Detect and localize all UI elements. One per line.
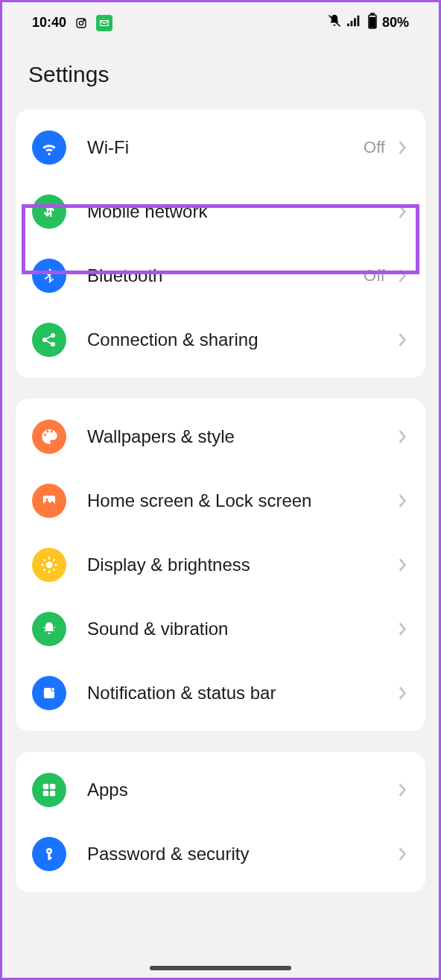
share-icon bbox=[32, 323, 66, 357]
home-indicator[interactable] bbox=[150, 966, 291, 970]
chevron-right-icon bbox=[396, 430, 409, 443]
svg-point-15 bbox=[46, 499, 48, 501]
settings-content: Wi-Fi Off Mobile network Bluetooth Off C… bbox=[2, 110, 439, 892]
svg-rect-4 bbox=[347, 24, 349, 27]
status-time: 10:40 bbox=[32, 15, 66, 31]
svg-point-32 bbox=[48, 850, 51, 853]
item-label: Sound & vibration bbox=[87, 619, 396, 639]
svg-rect-6 bbox=[354, 18, 356, 26]
svg-rect-10 bbox=[369, 18, 375, 28]
battery-icon bbox=[367, 13, 378, 33]
svg-point-13 bbox=[51, 342, 55, 347]
settings-item-connection-sharing[interactable]: Connection & sharing bbox=[16, 308, 425, 372]
chevron-right-icon bbox=[396, 269, 409, 282]
settings-item-bluetooth[interactable]: Bluetooth Off bbox=[16, 244, 425, 308]
bell-icon bbox=[32, 612, 66, 646]
svg-point-1 bbox=[79, 21, 83, 25]
image-icon bbox=[32, 484, 66, 518]
wifi-icon bbox=[32, 130, 66, 165]
settings-item-wifi[interactable]: Wi-Fi Off bbox=[16, 116, 425, 180]
chevron-right-icon bbox=[396, 205, 409, 218]
svg-line-23 bbox=[43, 569, 45, 570]
settings-item-notification-status-bar[interactable]: Notification & status bar bbox=[16, 661, 425, 725]
item-label: Display & brightness bbox=[87, 554, 396, 575]
svg-point-26 bbox=[51, 688, 55, 692]
svg-line-22 bbox=[53, 569, 54, 570]
status-left: 10:40 bbox=[32, 15, 112, 31]
item-label: Connection & sharing bbox=[87, 329, 396, 350]
settings-item-sound-vibration[interactable]: Sound & vibration bbox=[16, 597, 425, 661]
settings-item-mobile-network[interactable]: Mobile network bbox=[16, 180, 425, 244]
instagram-icon bbox=[74, 16, 89, 31]
chevron-right-icon bbox=[396, 622, 409, 636]
chevron-right-icon bbox=[396, 686, 409, 700]
svg-line-21 bbox=[43, 559, 45, 560]
item-status: Off bbox=[364, 266, 385, 285]
svg-line-24 bbox=[53, 559, 54, 560]
item-label: Apps bbox=[87, 780, 396, 800]
status-bar: 10:40 80% bbox=[2, 2, 439, 39]
chevron-right-icon bbox=[396, 847, 409, 861]
palette-icon bbox=[32, 420, 66, 454]
chevron-right-icon bbox=[396, 333, 409, 347]
notification-icon bbox=[32, 676, 66, 710]
settings-group-connectivity: Wi-Fi Off Mobile network Bluetooth Off C… bbox=[16, 110, 425, 378]
settings-group-personalization: Wallpapers & style Home screen & Lock sc… bbox=[16, 399, 425, 731]
item-label: Wi-Fi bbox=[87, 137, 364, 158]
sun-icon bbox=[32, 548, 66, 582]
chevron-right-icon bbox=[396, 494, 409, 508]
settings-group-system: Apps Password & security bbox=[16, 752, 425, 892]
mail-icon bbox=[96, 15, 112, 31]
settings-item-password-security[interactable]: Password & security bbox=[16, 822, 425, 886]
chevron-right-icon bbox=[396, 783, 409, 797]
page-title: Settings bbox=[2, 39, 439, 110]
chevron-right-icon bbox=[396, 558, 409, 572]
settings-item-apps[interactable]: Apps bbox=[16, 758, 425, 822]
item-label: Bluetooth bbox=[87, 265, 364, 286]
status-right: 80% bbox=[327, 13, 409, 33]
bluetooth-icon bbox=[32, 259, 66, 293]
svg-rect-28 bbox=[50, 784, 55, 789]
item-label: Password & security bbox=[87, 844, 396, 864]
item-label: Home screen & Lock screen bbox=[87, 490, 396, 511]
svg-point-2 bbox=[83, 19, 84, 20]
signal-icon bbox=[346, 14, 363, 31]
mobile-data-icon bbox=[32, 195, 66, 229]
svg-rect-9 bbox=[371, 13, 374, 15]
item-label: Notification & status bar bbox=[87, 683, 396, 704]
svg-point-11 bbox=[42, 338, 47, 342]
svg-rect-7 bbox=[358, 16, 360, 26]
settings-item-home-lock-screen[interactable]: Home screen & Lock screen bbox=[16, 469, 425, 533]
svg-rect-27 bbox=[43, 784, 48, 789]
key-icon bbox=[32, 837, 66, 871]
item-label: Mobile network bbox=[87, 201, 396, 222]
item-label: Wallpapers & style bbox=[87, 426, 396, 447]
battery-percent: 80% bbox=[382, 15, 409, 31]
svg-rect-5 bbox=[351, 21, 353, 26]
mute-icon bbox=[327, 13, 342, 32]
settings-item-display-brightness[interactable]: Display & brightness bbox=[16, 533, 425, 597]
svg-rect-34 bbox=[48, 857, 52, 859]
apps-icon bbox=[32, 773, 66, 807]
svg-rect-30 bbox=[50, 791, 55, 796]
svg-rect-29 bbox=[43, 791, 48, 796]
svg-rect-33 bbox=[48, 853, 51, 860]
svg-point-12 bbox=[51, 333, 55, 338]
settings-item-wallpapers[interactable]: Wallpapers & style bbox=[16, 405, 425, 469]
svg-point-16 bbox=[46, 562, 53, 569]
chevron-right-icon bbox=[396, 141, 409, 154]
item-status: Off bbox=[364, 138, 385, 157]
